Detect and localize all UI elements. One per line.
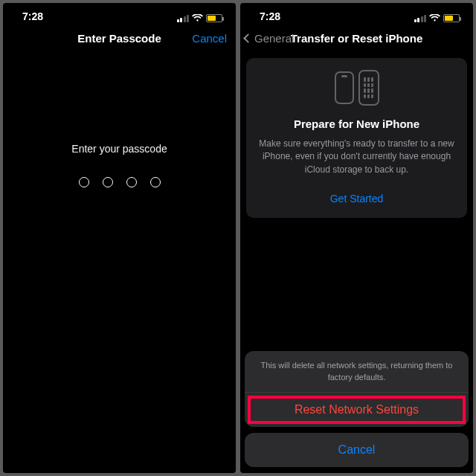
- old-iphone-icon: [335, 71, 354, 104]
- passcode-prompt: Enter your passcode: [3, 143, 236, 155]
- screen-reset: 7:28 General Transfer or Reset iPhone Pr…: [240, 3, 473, 473]
- sheet-action-label: Reset Network Settings: [295, 403, 419, 416]
- status-bar: 7:28: [240, 3, 473, 24]
- action-sheet: This will delete all network settings, r…: [245, 351, 469, 467]
- battery-icon: [206, 14, 222, 22]
- nav-title: Enter Passcode: [77, 32, 161, 45]
- status-time: 7:28: [22, 10, 43, 22]
- battery-icon: [443, 14, 460, 22]
- devices-icon: [257, 71, 457, 106]
- status-right: [177, 14, 223, 22]
- chevron-left-icon: [243, 33, 253, 43]
- wifi-icon: [192, 14, 203, 22]
- screen-passcode: 7:28 Enter Passcode Cancel Enter your pa…: [3, 3, 236, 473]
- status-bar: 7:28: [3, 3, 236, 24]
- wifi-icon: [429, 14, 440, 22]
- reset-network-settings-button[interactable]: Reset Network Settings: [245, 393, 469, 427]
- passcode-dots: [3, 177, 236, 187]
- new-iphone-icon: [358, 70, 379, 106]
- card-body: Make sure everything's ready to transfer…: [257, 138, 457, 176]
- back-label: General: [254, 32, 294, 45]
- status-time: 7:28: [260, 10, 280, 22]
- passcode-dot: [126, 177, 137, 187]
- navbar-reset: General Transfer or Reset iPhone: [240, 24, 473, 52]
- nav-title: Transfer or Reset iPhone: [291, 32, 423, 45]
- prepare-card: Prepare for New iPhone Make sure everyth…: [246, 58, 467, 218]
- navbar-passcode: Enter Passcode Cancel: [3, 24, 236, 52]
- sheet-message: This will delete all network settings, r…: [245, 351, 469, 392]
- cellular-icon: [414, 15, 427, 22]
- passcode-dot: [103, 177, 113, 187]
- back-button[interactable]: General: [245, 32, 294, 45]
- passcode-area: Enter your passcode: [3, 143, 236, 187]
- cellular-icon: [177, 15, 190, 22]
- passcode-dot: [150, 177, 161, 187]
- action-sheet-group: This will delete all network settings, r…: [245, 351, 469, 427]
- get-started-button[interactable]: Get Started: [257, 193, 457, 205]
- status-right: [414, 14, 460, 22]
- sheet-cancel-button[interactable]: Cancel: [245, 433, 469, 467]
- cancel-button[interactable]: Cancel: [192, 32, 227, 45]
- passcode-dot: [79, 177, 89, 187]
- card-title: Prepare for New iPhone: [257, 118, 457, 130]
